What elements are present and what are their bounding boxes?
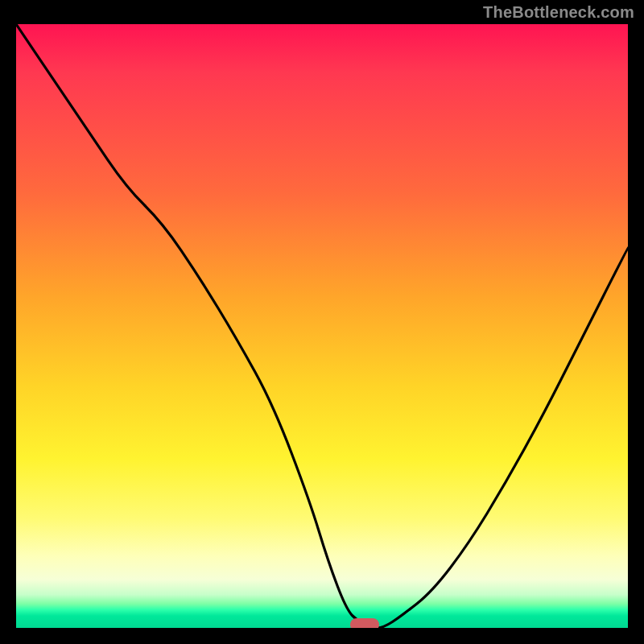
- plot-area: [16, 24, 628, 628]
- attribution-text: TheBottleneck.com: [483, 3, 634, 22]
- optimal-point-marker: [350, 618, 379, 628]
- bottleneck-curve: [16, 24, 628, 628]
- chart-frame: TheBottleneck.com: [0, 0, 644, 644]
